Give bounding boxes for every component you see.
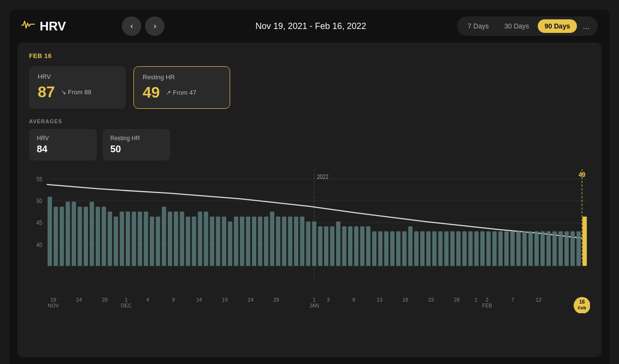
svg-text:49: 49 bbox=[579, 171, 586, 178]
svg-text:14: 14 bbox=[196, 297, 202, 303]
next-button[interactable]: › bbox=[145, 16, 164, 36]
svg-text:1: 1 bbox=[474, 297, 477, 303]
svg-text:19: 19 bbox=[222, 297, 228, 303]
svg-text:29: 29 bbox=[273, 297, 279, 303]
avg-hrv-card: HRV 84 bbox=[29, 129, 97, 160]
svg-text:1: 1 bbox=[313, 297, 316, 303]
svg-text:JAN: JAN bbox=[310, 303, 319, 308]
avg-resting-hr-label: Resting HR bbox=[110, 135, 162, 142]
header-logo: HRV bbox=[21, 19, 66, 34]
avg-hrv-value: 84 bbox=[37, 144, 89, 155]
svg-text:16: 16 bbox=[579, 299, 585, 305]
hrv-metric-card: HRV 87 ↘ From 88 bbox=[29, 66, 126, 109]
main-content: FEB 16 HRV 87 ↘ From 88 Resting HR 49 bbox=[17, 43, 602, 357]
header: HRV ‹ › Nov 19, 2021 - Feb 16, 2022 7 Da… bbox=[10, 10, 609, 43]
svg-text:45: 45 bbox=[36, 220, 42, 226]
svg-text:2022: 2022 bbox=[317, 174, 328, 180]
svg-text:9: 9 bbox=[172, 297, 175, 303]
avg-hrv-label: HRV bbox=[37, 135, 89, 142]
svg-text:2: 2 bbox=[486, 297, 488, 303]
svg-text:24: 24 bbox=[248, 297, 253, 303]
resting-hr-arrow-up-icon: ↗ bbox=[166, 89, 171, 96]
svg-text:NOV: NOV bbox=[48, 303, 59, 308]
hrv-waveform-icon bbox=[21, 19, 35, 33]
svg-text:4: 4 bbox=[147, 297, 149, 303]
resting-hr-change-text: From 47 bbox=[173, 89, 196, 96]
svg-text:24: 24 bbox=[76, 297, 82, 303]
chart-svg: 55 50 45 40 2022 49 bbox=[29, 169, 590, 295]
svg-text:18: 18 bbox=[402, 297, 408, 303]
svg-text:19: 19 bbox=[50, 297, 56, 303]
svg-text:55: 55 bbox=[36, 176, 42, 182]
filter-30days[interactable]: 30 Days bbox=[498, 19, 536, 33]
resting-hr-change: ↗ From 47 bbox=[166, 89, 196, 96]
hrv-label: HRV bbox=[38, 73, 117, 80]
chart-area: 55 50 45 40 2022 49 bbox=[29, 169, 590, 295]
time-filter-group: 7 Days 30 Days 90 Days ... bbox=[457, 16, 598, 36]
svg-text:13: 13 bbox=[377, 297, 383, 303]
resting-hr-label: Resting HR bbox=[143, 73, 221, 81]
resting-hr-metric-card: Resting HR 49 ↗ From 47 bbox=[133, 66, 230, 109]
svg-text:12: 12 bbox=[536, 297, 542, 303]
filter-7days[interactable]: 7 Days bbox=[461, 19, 496, 33]
x-axis: 19 NOV 24 29 1 DEC 4 9 14 19 24 29 1 JAN… bbox=[29, 296, 590, 315]
svg-text:29: 29 bbox=[102, 297, 108, 303]
svg-text:Feb: Feb bbox=[578, 305, 586, 310]
current-date-label: FEB 16 bbox=[29, 52, 590, 59]
averages-section: AVERAGES HRV 84 Resting HR 50 bbox=[29, 118, 590, 160]
svg-text:40: 40 bbox=[36, 242, 42, 248]
averages-row: HRV 84 Resting HR 50 bbox=[29, 129, 590, 160]
svg-text:FEB: FEB bbox=[482, 303, 492, 308]
hrv-arrow-down-icon: ↘ bbox=[61, 88, 66, 96]
hrv-change-text: From 88 bbox=[68, 88, 91, 96]
svg-text:DEC: DEC bbox=[121, 303, 132, 308]
avg-resting-hr-card: Resting HR 50 bbox=[103, 129, 170, 160]
resting-hr-value: 49 bbox=[143, 84, 160, 102]
more-options-button[interactable]: ... bbox=[579, 21, 594, 31]
svg-text:28: 28 bbox=[454, 297, 460, 303]
svg-text:23: 23 bbox=[428, 297, 434, 303]
page-title: HRV bbox=[40, 19, 66, 34]
svg-text:3: 3 bbox=[327, 297, 330, 303]
avg-resting-hr-value: 50 bbox=[110, 144, 162, 155]
hrv-change: ↘ From 88 bbox=[61, 88, 91, 96]
hrv-value: 87 bbox=[38, 83, 55, 101]
svg-text:1: 1 bbox=[125, 297, 128, 303]
nav-buttons: ‹ › bbox=[122, 16, 164, 36]
resting-hr-value-row: 49 ↗ From 47 bbox=[143, 84, 221, 102]
metrics-row: HRV 87 ↘ From 88 Resting HR 49 ↗ From 47 bbox=[29, 66, 590, 109]
svg-text:8: 8 bbox=[353, 297, 355, 303]
averages-label: AVERAGES bbox=[29, 118, 590, 124]
hrv-value-row: 87 ↘ From 88 bbox=[38, 83, 117, 101]
x-axis-labels: 19 NOV 24 29 1 DEC 4 9 14 19 24 29 1 JAN… bbox=[29, 296, 590, 313]
filter-90days[interactable]: 90 Days bbox=[538, 19, 577, 33]
prev-button[interactable]: ‹ bbox=[122, 16, 141, 36]
svg-text:50: 50 bbox=[36, 198, 42, 204]
svg-text:7: 7 bbox=[512, 297, 515, 303]
app-container: HRV ‹ › Nov 19, 2021 - Feb 16, 2022 7 Da… bbox=[10, 10, 609, 364]
date-range: Nov 19, 2021 - Feb 16, 2022 bbox=[172, 21, 449, 31]
